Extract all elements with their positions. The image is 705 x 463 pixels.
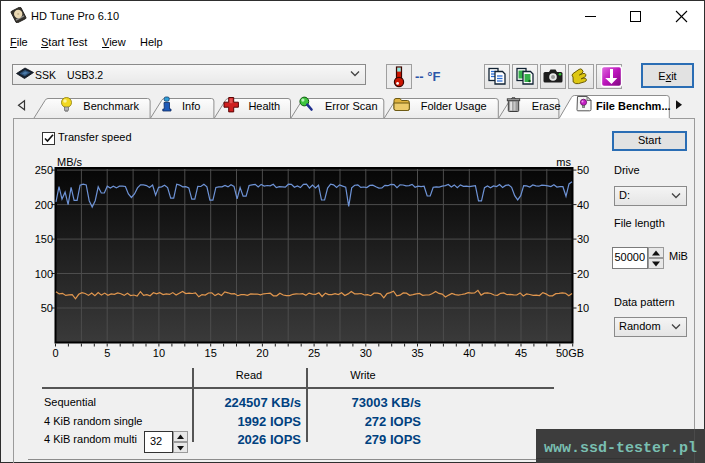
svg-text:Benchmark: Benchmark bbox=[83, 100, 139, 112]
svg-text:MB/s: MB/s bbox=[57, 156, 83, 168]
svg-text:Info: Info bbox=[182, 100, 200, 112]
svg-text:Error Scan: Error Scan bbox=[325, 100, 378, 112]
svg-text:Folder Usage: Folder Usage bbox=[421, 100, 487, 112]
svg-text:30: 30 bbox=[360, 347, 372, 359]
svg-text:10: 10 bbox=[577, 302, 589, 314]
svg-text:Erase: Erase bbox=[532, 100, 561, 112]
svg-text:0: 0 bbox=[52, 347, 58, 359]
svg-text:40: 40 bbox=[577, 199, 589, 211]
svg-text:45: 45 bbox=[515, 347, 527, 359]
svg-text:50GB: 50GB bbox=[556, 347, 584, 359]
svg-text:50: 50 bbox=[41, 302, 53, 314]
svg-text:15: 15 bbox=[205, 347, 217, 359]
svg-text:30: 30 bbox=[577, 233, 589, 245]
svg-text:20: 20 bbox=[256, 347, 268, 359]
svg-text:File Benchm...: File Benchm... bbox=[596, 100, 671, 112]
svg-text:40: 40 bbox=[463, 347, 475, 359]
svg-text:10: 10 bbox=[153, 347, 165, 359]
svg-text:150: 150 bbox=[35, 233, 53, 245]
svg-text:35: 35 bbox=[411, 347, 423, 359]
svg-text:20: 20 bbox=[577, 268, 589, 280]
svg-text:250: 250 bbox=[35, 164, 53, 176]
svg-text:5: 5 bbox=[104, 347, 110, 359]
svg-text:200: 200 bbox=[35, 199, 53, 211]
svg-text:100: 100 bbox=[35, 268, 53, 280]
svg-text:ms: ms bbox=[556, 156, 571, 168]
svg-text:25: 25 bbox=[308, 347, 320, 359]
svg-text:Health: Health bbox=[248, 100, 280, 112]
svg-text:50: 50 bbox=[577, 164, 589, 176]
